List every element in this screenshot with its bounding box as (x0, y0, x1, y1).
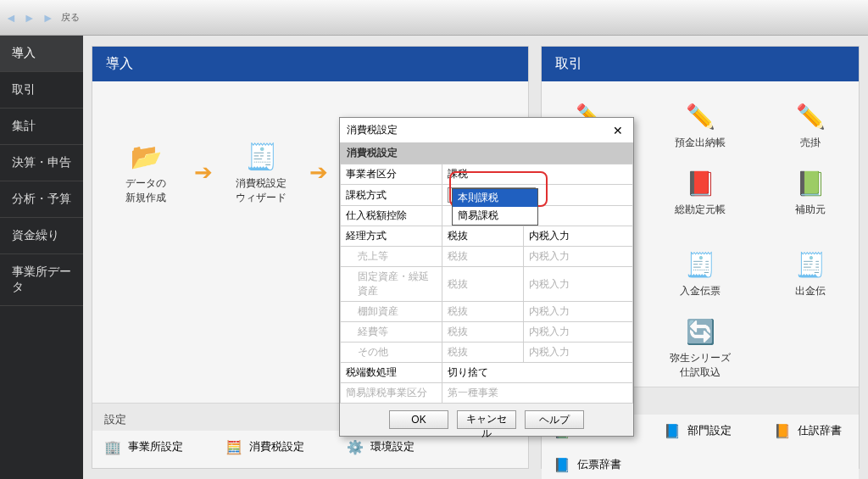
cancel-button[interactable]: キャンセル (457, 410, 516, 429)
row-accounting-input[interactable]: 内税入力 (524, 226, 633, 247)
row-sales-label: 売上等 (341, 247, 442, 267)
icon-empty (772, 315, 849, 380)
icon-receivables[interactable]: ✏️売掛 (772, 100, 849, 150)
set-label: 伝票辞書 (577, 457, 621, 472)
wizard-label: 消費税設定 ウィザード (236, 176, 287, 205)
row-accounting-label: 経理方式 (341, 226, 442, 247)
row-expenses-input: 内税入力 (524, 322, 633, 343)
sidebar-item-cashflow[interactable]: 資金繰り (0, 218, 83, 254)
receiptslip-icon: 🧾 (682, 248, 718, 281)
close-icon[interactable]: ✕ (609, 124, 626, 137)
forward2-icon[interactable]: ► (42, 11, 54, 25)
sidebar-label: 集計 (12, 119, 36, 132)
dropdown-option-honsoku[interactable]: 本則課税 (453, 189, 537, 207)
settings-tax[interactable]: 🧮消費税設定 (225, 439, 304, 454)
icon-yayoiimport[interactable]: 🔄弥生シリーズ 仕訳取込 (662, 315, 738, 380)
row-purchase-label: 仕入税額控除 (341, 206, 442, 226)
sidebar-item-analysis[interactable]: 分析・予算 (0, 181, 83, 218)
icon-subledger[interactable]: 📗補助元 (772, 167, 849, 231)
arrow-icon: ➔ (309, 159, 328, 186)
panel-trans-title: 取引 (542, 47, 859, 81)
row-simplebiz-label: 簡易課税事業区分 (341, 383, 442, 404)
row-other-label: その他 (341, 343, 442, 363)
row-inventory-label: 棚卸資産 (341, 302, 442, 322)
set-label: 仕訳辞書 (798, 423, 842, 438)
ledger-icon: 📕 (682, 167, 718, 199)
row-rounding-label: 税端数処理 (341, 363, 442, 383)
slipdict-icon: 📘 (554, 457, 570, 472)
forward-icon[interactable]: ► (24, 11, 36, 25)
wizard-step-newdata[interactable]: 📂 データの 新規作成 (108, 139, 184, 205)
icon-paymentslip[interactable]: 🧾出金伝 (772, 248, 849, 298)
row-expenses-value: 税抜 (442, 322, 524, 343)
bankbook-icon: ✏️ (682, 100, 718, 132)
dropdown-option-kani[interactable]: 簡易課税 (453, 207, 537, 225)
row-other-value: 税抜 (442, 343, 524, 363)
sidebar-label: 取引 (12, 82, 36, 96)
back-icon[interactable]: ◄ (5, 11, 17, 25)
row-inventory-value: 税抜 (442, 302, 524, 322)
arrow-icon: ➔ (194, 159, 213, 186)
sidebar-label: 事業所データ (12, 265, 71, 293)
settings-office[interactable]: 🏢事業所設定 (104, 439, 183, 454)
help-button[interactable]: ヘルプ (525, 410, 584, 429)
sidebar-label: 分析・予算 (12, 192, 71, 205)
tax-wizard-icon: 🧾 (242, 139, 281, 173)
dept-icon: 📘 (664, 423, 681, 438)
row-fixed-label: 固定資産・繰延資産 (341, 267, 442, 302)
env-icon: ⚙️ (347, 439, 364, 454)
row-fixed-input: 内税入力 (524, 267, 633, 302)
tax-settings-dialog: 消費税設定 ✕ 消費税設定 事業者区分課税 課税方式 本則課税 ▼ 仕入税額控除… (339, 117, 634, 437)
settings-slipdict[interactable]: 📘伝票辞書 (554, 457, 621, 472)
set-label: 部門設定 (687, 423, 732, 438)
row-sales-value: 税抜 (442, 247, 524, 267)
wizard-step-taxsetup[interactable]: 🧾 消費税設定 ウィザード (223, 139, 299, 205)
dialog-section-head: 消費税設定 (340, 142, 633, 164)
row-other-input: 内税入力 (524, 343, 633, 363)
row-bizclass-label: 事業者区分 (341, 164, 442, 185)
sidebar-label: 導入 (12, 46, 36, 59)
settings-departments[interactable]: 📘部門設定 (664, 423, 732, 438)
row-simplebiz-value: 第一種事業 (442, 383, 633, 404)
settings-env[interactable]: ⚙️環境設定 (347, 439, 415, 454)
icon-generalledger[interactable]: 📕総勘定元帳 (662, 167, 738, 231)
set-label: 環境設定 (370, 439, 415, 454)
row-accounting-value[interactable]: 税抜 (442, 226, 524, 247)
row-taxmethod-label: 課税方式 (341, 185, 442, 206)
journaldict-icon: 📙 (774, 423, 791, 438)
set-label: 消費税設定 (249, 439, 304, 454)
folder-star-icon: 📂 (126, 139, 165, 173)
settings-journaldict[interactable]: 📙仕訳辞書 (774, 423, 842, 438)
dialog-buttons: OK キャンセル ヘルプ (340, 404, 633, 436)
subledger-icon: 📗 (793, 167, 828, 199)
row-rounding-value[interactable]: 切り捨て (442, 363, 633, 383)
sidebar-item-officedata[interactable]: 事業所データ (0, 254, 83, 306)
sidebar-item-transactions[interactable]: 取引 (0, 72, 83, 109)
dialog-title: 消費税設定 (347, 123, 398, 137)
set-label: 事業所設定 (128, 439, 183, 454)
dialog-titlebar: 消費税設定 ✕ (340, 118, 633, 142)
receivables-icon: ✏️ (793, 100, 828, 132)
sidebar-item-closing[interactable]: 決算・申告 (0, 145, 83, 181)
row-inventory-input: 内税入力 (524, 302, 633, 322)
yayoiimport-icon: 🔄 (682, 315, 718, 348)
ok-button[interactable]: OK (389, 410, 448, 429)
panel-intro-title: 導入 (92, 47, 528, 81)
sidebar-label: 資金繰り (12, 228, 59, 242)
row-fixed-value: 税抜 (442, 267, 524, 302)
tax-icon: 🧮 (225, 439, 242, 454)
row-bizclass-value[interactable]: 課税 (442, 164, 633, 185)
icon-receiptslip[interactable]: 🧾入金伝票 (662, 248, 738, 298)
taxmethod-dropdown: 本則課税 簡易課税 (452, 188, 538, 226)
row-expenses-label: 経費等 (341, 322, 442, 343)
sidebar-item-intro[interactable]: 導入 (0, 36, 83, 72)
wizard-label: データの 新規作成 (125, 176, 166, 205)
app-toolbar: ◄ ► ► 戻る (0, 0, 868, 36)
row-sales-input: 内税入力 (524, 247, 633, 267)
office-icon: 🏢 (104, 439, 121, 454)
sidebar-item-summaries[interactable]: 集計 (0, 109, 83, 145)
toolbar-history: 戻る (61, 11, 80, 24)
sidebar-label: 決算・申告 (12, 155, 71, 169)
icon-bankbook[interactable]: ✏️預金出納帳 (662, 100, 738, 150)
sidebar: 導入 取引 集計 決算・申告 分析・予算 資金繰り 事業所データ (0, 36, 83, 479)
